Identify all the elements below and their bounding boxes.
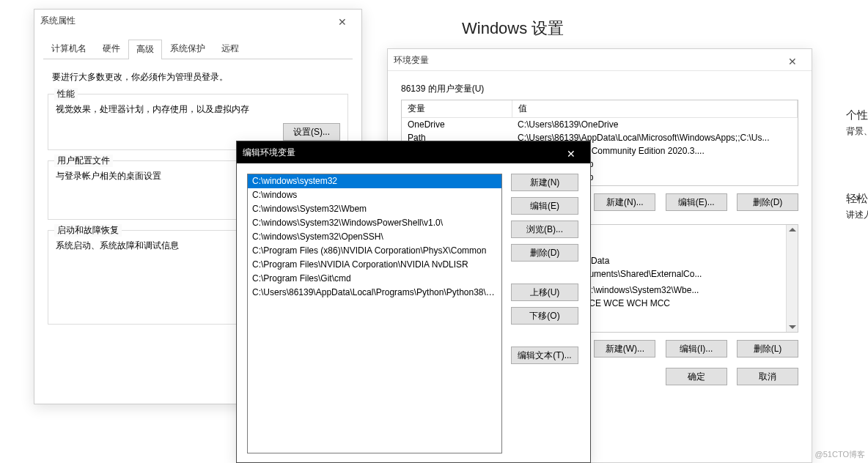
list-item[interactable]: C:\windows\System32\Wbem xyxy=(248,202,501,216)
performance-settings-button[interactable]: 设置(S)... xyxy=(283,123,340,141)
system-delete-button[interactable]: 删除(L) xyxy=(737,340,798,358)
path-listbox[interactable]: C:\windows\system32C:\windowsC:\windows\… xyxy=(247,174,502,453)
delete-button[interactable]: 删除(D) xyxy=(511,244,578,262)
list-item[interactable]: C:\windows xyxy=(248,188,501,202)
browse-button[interactable]: 浏览(B)... xyxy=(511,221,578,238)
close-icon[interactable]: ✕ xyxy=(329,11,356,30)
list-item[interactable]: C:\Program Files (x86)\NVIDIA Corporatio… xyxy=(248,244,501,258)
path-buttons: 新建(N) 编辑(E) 浏览(B)... 删除(D) 上移(U) 下移(O) 编… xyxy=(511,174,581,453)
titlebar[interactable]: 环境变量 ✕ xyxy=(388,49,812,71)
admin-notice: 要进行大多数更改，你必须作为管理员登录。 xyxy=(52,71,348,84)
window-title: 环境变量 xyxy=(394,49,429,71)
edit-environment-variable-dialog: 编辑环境变量 ✕ C:\windows\system32C:\windowsC:… xyxy=(236,141,591,463)
user-profiles-group-title: 用户配置文件 xyxy=(54,155,113,167)
edit-text-button[interactable]: 编辑文本(T)... xyxy=(511,347,578,364)
move-up-button[interactable]: 上移(U) xyxy=(511,284,578,301)
col-value[interactable]: 值 xyxy=(512,100,798,118)
category-personalization-sub: 背景、锁屏 xyxy=(846,125,868,138)
list-item[interactable]: C:\windows\system32 xyxy=(248,174,501,188)
table-row[interactable]: OneDriveC:\Users\86139\OneDrive xyxy=(402,118,798,132)
user-edit-button[interactable]: 编辑(E)... xyxy=(666,193,727,211)
settings-categories: 个性化 背景、锁屏 轻松使用 讲述人、放 xyxy=(846,108,868,226)
new-button[interactable]: 新建(N) xyxy=(511,174,578,191)
user-delete-button[interactable]: 删除(D) xyxy=(737,193,798,211)
tab[interactable]: 高级 xyxy=(128,40,162,59)
list-item[interactable]: C:\windows\System32\OpenSSH\ xyxy=(248,230,501,244)
window-title: 编辑环境变量 xyxy=(243,141,295,163)
system-new-button[interactable]: 新建(W)... xyxy=(594,340,655,358)
edit-button[interactable]: 编辑(E) xyxy=(511,197,578,215)
list-item[interactable]: C:\windows\System32\WindowsPowerShell\v1… xyxy=(248,216,501,230)
titlebar[interactable]: 系统属性 ✕ xyxy=(34,10,361,32)
tabs: 计算机名硬件高级系统保护远程 xyxy=(43,39,353,59)
performance-desc: 视觉效果，处理器计划，内存使用，以及虚拟内存 xyxy=(56,103,340,116)
category-ease-of-access-sub: 讲述人、放 xyxy=(846,209,868,221)
tab[interactable]: 硬件 xyxy=(95,39,128,59)
system-edit-button[interactable]: 编辑(I)... xyxy=(666,340,727,358)
user-vars-section-title: 86139 的用户变量(U) xyxy=(401,83,798,95)
tab[interactable]: 系统保护 xyxy=(162,39,213,59)
chevron-right-icon: › xyxy=(856,191,859,203)
startup-recovery-group-title: 启动和故障恢复 xyxy=(54,224,122,237)
list-item[interactable]: C:\Program Files\NVIDIA Corporation\NVID… xyxy=(248,258,501,272)
cancel-button[interactable]: 取消 xyxy=(737,368,798,385)
titlebar[interactable]: 编辑环境变量 ✕ xyxy=(237,141,590,163)
watermark: @51CTO博客 xyxy=(815,449,865,460)
ok-button[interactable]: 确定 xyxy=(666,368,727,385)
user-new-button[interactable]: 新建(N)... xyxy=(594,193,655,211)
tab[interactable]: 计算机名 xyxy=(43,39,95,59)
list-item[interactable]: C:\Users\86139\AppData\Local\Programs\Py… xyxy=(248,286,501,300)
list-item[interactable]: C:\Program Files\Git\cmd xyxy=(248,272,501,286)
scrollbar-vertical[interactable] xyxy=(786,225,798,332)
col-variable[interactable]: 变量 xyxy=(402,100,512,118)
move-down-button[interactable]: 下移(O) xyxy=(511,307,578,325)
category-personalization[interactable]: 个性化 xyxy=(846,108,868,122)
performance-group-title: 性能 xyxy=(54,88,78,100)
settings-page-title: Windows 设置 xyxy=(462,18,564,40)
window-title: 系统属性 xyxy=(40,10,76,32)
tab[interactable]: 远程 xyxy=(213,39,247,59)
close-icon[interactable]: ✕ xyxy=(779,51,806,70)
close-icon[interactable]: ✕ xyxy=(558,143,584,162)
